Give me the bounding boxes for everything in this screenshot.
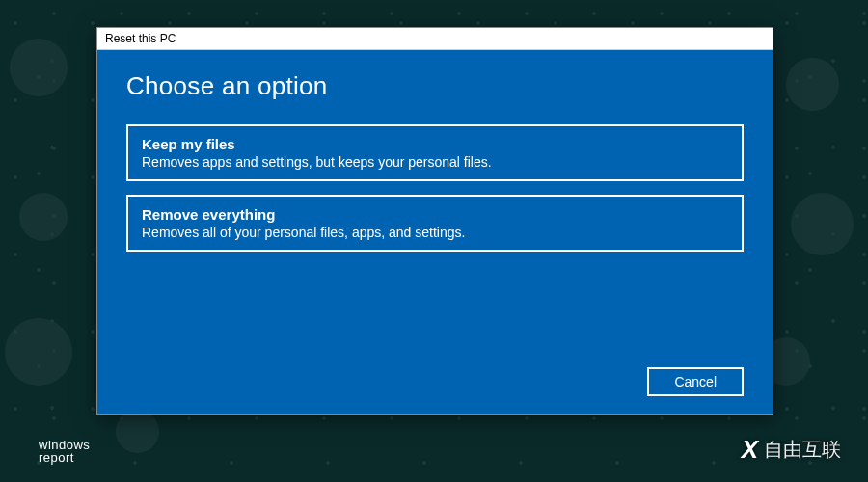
dialog-body: Choose an option Keep my files Removes a… [97, 50, 773, 414]
option-remove-everything[interactable]: Remove everything Removes all of your pe… [126, 195, 744, 252]
option-description: Removes apps and settings, but keeps you… [142, 154, 728, 170]
watermark-ziyouhulian: X 自由互联 [742, 435, 841, 465]
page-heading: Choose an option [126, 71, 744, 101]
option-title: Remove everything [142, 206, 728, 223]
reset-pc-dialog: Reset this PC Choose an option Keep my f… [96, 27, 773, 415]
x-icon: X [742, 435, 758, 465]
option-keep-my-files[interactable]: Keep my files Removes apps and settings,… [126, 124, 744, 181]
option-description: Removes all of your personal files, apps… [142, 225, 728, 240]
dialog-titlebar: Reset this PC [97, 28, 773, 50]
dialog-title: Reset this PC [105, 32, 176, 45]
cancel-button[interactable]: Cancel [647, 367, 744, 396]
option-title: Keep my files [142, 136, 728, 152]
watermark-windows-report: windows report [39, 439, 90, 465]
dialog-footer: Cancel [126, 362, 744, 396]
